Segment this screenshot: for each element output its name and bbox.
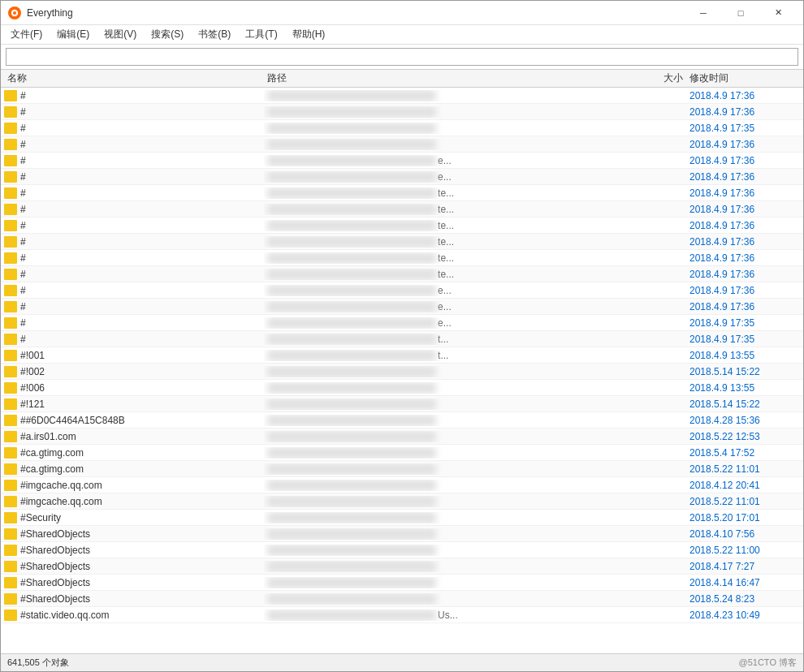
folder-icon (4, 285, 17, 296)
row-date-cell: 2018.4.9 17:36 (686, 269, 800, 280)
table-row[interactable]: #ca.gtimg.comXXXXXXXXXXXXXXXXXXXXXXXXXX2… (1, 461, 803, 477)
table-row[interactable]: #XXXXXXXXXXXXXXXXXXXXXXXXXX2018.4.9 17:3… (1, 120, 803, 136)
row-path-blurred: XXXXXXXXXXXXXXXXXXXXXXXXXX (267, 285, 436, 296)
row-name-text: #ca.gtimg.com (20, 447, 84, 459)
table-row[interactable]: #XXXXXXXXXXXXXXXXXXXXXXXXXXe...2018.4.9 … (1, 169, 803, 185)
row-path-blurred: XXXXXXXXXXXXXXXXXXXXXXXXXX (267, 561, 436, 572)
status-count: 641,505 个对象 (7, 657, 69, 669)
table-row[interactable]: ##6D0C4464A15C848BXXXXXXXXXXXXXXXXXXXXXX… (1, 412, 803, 429)
row-name-cell: # (4, 220, 264, 231)
row-name-cell: #ca.gtimg.com (4, 463, 264, 475)
row-path-blurred: XXXXXXXXXXXXXXXXXXXXXXXXXX (267, 317, 436, 329)
menu-item[interactable]: 文件(F) (4, 26, 49, 43)
row-path-cell: XXXXXXXXXXXXXXXXXXXXXXXXXX (264, 382, 621, 394)
menu-item[interactable]: 视图(V) (97, 26, 143, 43)
close-button[interactable]: ✕ (759, 1, 797, 25)
row-name-text: # (20, 139, 26, 150)
table-row[interactable]: #imgcache.qq.comXXXXXXXXXXXXXXXXXXXXXXXX… (1, 493, 803, 510)
row-name-cell: #SharedObjects (4, 593, 264, 605)
row-name-cell: #!002 (4, 366, 264, 377)
row-name-text: # (20, 171, 26, 183)
table-row[interactable]: #XXXXXXXXXXXXXXXXXXXXXXXXXXe...2018.4.9 … (1, 153, 803, 169)
row-date-cell: 2018.4.9 17:36 (686, 285, 800, 296)
row-date-cell: 2018.4.9 17:35 (686, 317, 800, 329)
row-path-cell: XXXXXXXXXXXXXXXXXXXXXXXXXXte... (264, 269, 621, 280)
column-header-path[interactable]: 路径 (264, 71, 621, 85)
row-path-blurred: XXXXXXXXXXXXXXXXXXXXXXXXXX (267, 463, 436, 475)
row-name-cell: #imgcache.qq.com (4, 480, 264, 491)
menu-item[interactable]: 工具(T) (239, 26, 283, 43)
table-row[interactable]: #static.video.qq.comXXXXXXXXXXXXXXXXXXXX… (1, 607, 803, 623)
row-name-text: #SharedObjects (20, 577, 90, 588)
row-path-cell: XXXXXXXXXXXXXXXXXXXXXXXXXX (264, 123, 621, 134)
table-row[interactable]: #XXXXXXXXXXXXXXXXXXXXXXXXXXe...2018.4.9 … (1, 315, 803, 331)
table-row[interactable]: #a.irs01.comXXXXXXXXXXXXXXXXXXXXXXXXXX20… (1, 429, 803, 445)
row-path-cell: XXXXXXXXXXXXXXXXXXXXXXXXXX (264, 90, 621, 101)
table-row[interactable]: #SharedObjectsXXXXXXXXXXXXXXXXXXXXXXXXXX… (1, 558, 803, 575)
table-row[interactable]: #!121XXXXXXXXXXXXXXXXXXXXXXXXXX2018.5.14… (1, 396, 803, 412)
table-row[interactable]: #!002XXXXXXXXXXXXXXXXXXXXXXXXXX2018.5.14… (1, 364, 803, 380)
row-path-suffix: te... (438, 236, 454, 248)
row-name-cell: #ca.gtimg.com (4, 447, 264, 459)
column-header-date[interactable]: 修改时间 (686, 71, 800, 85)
search-input[interactable] (6, 48, 798, 66)
table-row[interactable]: #SharedObjectsXXXXXXXXXXXXXXXXXXXXXXXXXX… (1, 591, 803, 607)
row-name-cell: #a.irs01.com (4, 431, 264, 442)
table-row[interactable]: #XXXXXXXXXXXXXXXXXXXXXXXXXXte...2018.4.9… (1, 185, 803, 201)
row-path-cell: XXXXXXXXXXXXXXXXXXXXXXXXXX (264, 139, 621, 150)
folder-icon (4, 204, 17, 215)
row-path-blurred: XXXXXXXXXXXXXXXXXXXXXXXXXX (267, 415, 436, 426)
table-row[interactable]: #XXXXXXXXXXXXXXXXXXXXXXXXXX2018.4.9 17:3… (1, 104, 803, 120)
window-title: Everything (27, 7, 73, 19)
column-header-name[interactable]: 名称 (4, 71, 264, 85)
list-body[interactable]: #XXXXXXXXXXXXXXXXXXXXXXXXXX2018.4.9 17:3… (1, 88, 803, 653)
menu-item[interactable]: 帮助(H) (286, 26, 332, 43)
table-row[interactable]: #XXXXXXXXXXXXXXXXXXXXXXXXXXte...2018.4.9… (1, 218, 803, 234)
row-name-text: # (20, 334, 26, 345)
table-row[interactable]: #XXXXXXXXXXXXXXXXXXXXXXXXXXte...2018.4.9… (1, 234, 803, 250)
table-row[interactable]: #SecurityXXXXXXXXXXXXXXXXXXXXXXXXXX2018.… (1, 510, 803, 526)
maximize-button[interactable]: □ (722, 1, 759, 25)
row-path-cell: XXXXXXXXXXXXXXXXXXXXXXXXXXe... (264, 301, 621, 312)
row-path-suffix: e... (438, 171, 452, 183)
table-row[interactable]: #XXXXXXXXXXXXXXXXXXXXXXXXXX2018.4.9 17:3… (1, 88, 803, 104)
row-date-cell: 2018.4.9 17:36 (686, 139, 800, 150)
row-path-suffix: e... (438, 155, 452, 166)
row-name-text: #SharedObjects (20, 545, 90, 556)
row-name-text: #static.video.qq.com (20, 610, 109, 621)
title-bar-left: Everything (7, 6, 73, 20)
menu-item[interactable]: 书签(B) (192, 26, 237, 43)
table-row[interactable]: #XXXXXXXXXXXXXXXXXXXXXXXXXXte...2018.4.9… (1, 201, 803, 218)
menu-item[interactable]: 编辑(E) (50, 26, 96, 43)
table-row[interactable]: #!006XXXXXXXXXXXXXXXXXXXXXXXXXX2018.4.9 … (1, 380, 803, 396)
table-row[interactable]: #XXXXXXXXXXXXXXXXXXXXXXXXXXt...2018.4.9 … (1, 331, 803, 347)
table-row[interactable]: #XXXXXXXXXXXXXXXXXXXXXXXXXXe...2018.4.9 … (1, 282, 803, 299)
row-name-cell: ##6D0C4464A15C848B (4, 415, 264, 426)
table-row[interactable]: #ca.gtimg.comXXXXXXXXXXXXXXXXXXXXXXXXXX2… (1, 445, 803, 461)
minimize-button[interactable]: ─ (685, 1, 722, 25)
table-row[interactable]: #XXXXXXXXXXXXXXXXXXXXXXXXXX2018.4.9 17:3… (1, 136, 803, 153)
menu-item[interactable]: 搜索(S) (145, 26, 190, 43)
row-path-cell: XXXXXXXXXXXXXXXXXXXXXXXXXX (264, 415, 621, 426)
table-row[interactable]: #SharedObjectsXXXXXXXXXXXXXXXXXXXXXXXXXX… (1, 575, 803, 591)
table-row[interactable]: #SharedObjectsXXXXXXXXXXXXXXXXXXXXXXXXXX… (1, 542, 803, 558)
table-row[interactable]: #SharedObjectsXXXXXXXXXXXXXXXXXXXXXXXXXX… (1, 526, 803, 542)
row-name-text: # (20, 252, 26, 264)
row-name-text: #!006 (20, 382, 45, 394)
row-name-text: #!001 (20, 350, 45, 361)
row-name-text: # (20, 220, 26, 231)
row-path-blurred: XXXXXXXXXXXXXXXXXXXXXXXXXX (267, 252, 436, 264)
folder-icon (4, 123, 17, 134)
column-header-size[interactable]: 大小 (621, 71, 686, 85)
folder-icon (4, 496, 17, 507)
row-path-cell: XXXXXXXXXXXXXXXXXXXXXXXXXX (264, 577, 621, 588)
table-row[interactable]: #XXXXXXXXXXXXXXXXXXXXXXXXXXte...2018.4.9… (1, 266, 803, 282)
table-row[interactable]: #!001XXXXXXXXXXXXXXXXXXXXXXXXXXt...2018.… (1, 347, 803, 364)
row-name-cell: #Security (4, 512, 264, 523)
table-row[interactable]: #XXXXXXXXXXXXXXXXXXXXXXXXXXte...2018.4.9… (1, 250, 803, 266)
table-row[interactable]: #imgcache.qq.comXXXXXXXXXXXXXXXXXXXXXXXX… (1, 477, 803, 493)
svg-point-2 (13, 11, 16, 15)
row-path-blurred: XXXXXXXXXXXXXXXXXXXXXXXXXX (267, 334, 436, 345)
row-name-cell: #SharedObjects (4, 545, 264, 556)
table-row[interactable]: #XXXXXXXXXXXXXXXXXXXXXXXXXXe...2018.4.9 … (1, 299, 803, 315)
